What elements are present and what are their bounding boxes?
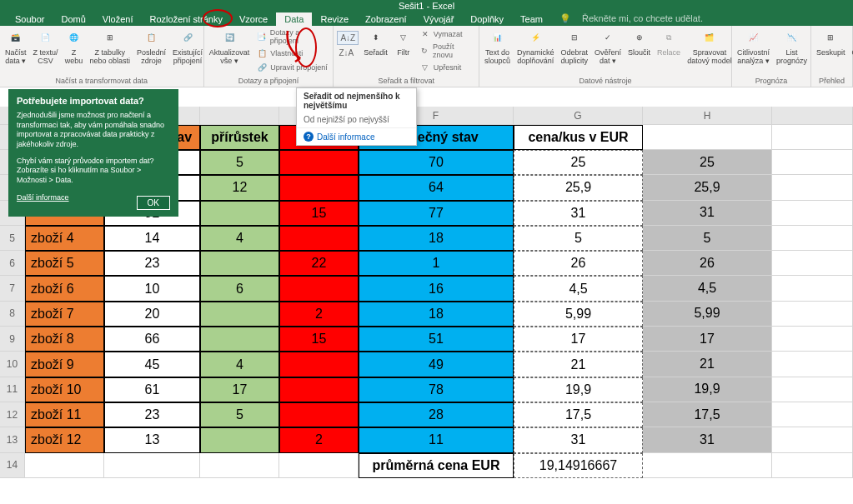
cell[interactable]: 16 bbox=[359, 276, 514, 301]
cell[interactable]: 31 bbox=[643, 201, 772, 226]
cell[interactable]: 4,5 bbox=[514, 276, 643, 301]
cell[interactable]: 4,5 bbox=[643, 276, 772, 301]
cell[interactable]: 4 bbox=[200, 352, 279, 377]
cell-avg-value[interactable]: 19,14916667 bbox=[514, 453, 643, 478]
cell[interactable] bbox=[200, 453, 279, 478]
cell[interactable]: 2 bbox=[279, 427, 359, 452]
cell[interactable]: zboží 7 bbox=[25, 302, 104, 327]
datamodel-btn[interactable]: 🗂️Spravovat datový model bbox=[685, 27, 734, 67]
row-hdr[interactable]: 7 bbox=[0, 276, 25, 301]
cell[interactable]: 5,99 bbox=[643, 302, 772, 327]
row-hdr[interactable]: 13 bbox=[0, 427, 25, 452]
cell[interactable]: 1 bbox=[359, 251, 514, 276]
menu-file[interactable]: Soubor bbox=[7, 12, 53, 26]
consolidate-btn[interactable]: ⊕Sloučit bbox=[626, 27, 652, 59]
tooltip-link[interactable]: ?Další informace bbox=[297, 127, 416, 145]
cell[interactable] bbox=[772, 377, 853, 402]
cell[interactable] bbox=[25, 453, 104, 478]
cell[interactable] bbox=[279, 453, 359, 478]
cell[interactable]: 45 bbox=[104, 352, 200, 377]
cell[interactable] bbox=[200, 427, 279, 452]
cell[interactable] bbox=[279, 377, 359, 402]
cell[interactable] bbox=[104, 453, 200, 478]
cell[interactable] bbox=[772, 402, 853, 427]
cell[interactable]: 20 bbox=[104, 302, 200, 327]
cell[interactable]: 13 bbox=[104, 427, 200, 452]
cell[interactable]: 31 bbox=[514, 201, 643, 226]
cell[interactable]: 21 bbox=[643, 352, 772, 377]
cell[interactable]: 25,9 bbox=[643, 175, 772, 200]
cell[interactable]: cena/kus v EUR bbox=[514, 125, 643, 150]
menu-addins[interactable]: Doplňky bbox=[462, 12, 512, 26]
cell[interactable]: 19,9 bbox=[643, 377, 772, 402]
cell[interactable]: 77 bbox=[359, 201, 514, 226]
refresh-btn[interactable]: 🔄Aktualizovat vše ▾ bbox=[208, 27, 252, 67]
cell[interactable]: 5 bbox=[200, 402, 279, 427]
cell[interactable] bbox=[772, 251, 853, 276]
cell[interactable]: 12 bbox=[200, 175, 279, 200]
cell[interactable]: 4 bbox=[200, 226, 279, 251]
row-hdr[interactable]: 10 bbox=[0, 352, 25, 377]
panel-more-link[interactable]: Další informace bbox=[17, 193, 69, 202]
col-g[interactable]: G bbox=[514, 107, 643, 125]
sort-desc-btn[interactable]: Z↓A bbox=[337, 47, 359, 58]
col-d[interactable] bbox=[200, 107, 279, 125]
cell[interactable]: 64 bbox=[359, 175, 514, 200]
cell[interactable] bbox=[279, 402, 359, 427]
validation-btn[interactable]: ✓Ověření dat ▾ bbox=[593, 27, 623, 67]
cell[interactable]: 21 bbox=[514, 352, 643, 377]
sort-asc-btn[interactable]: A↓Z bbox=[337, 31, 359, 45]
cell[interactable] bbox=[772, 226, 853, 251]
cell[interactable]: zboží 4 bbox=[25, 226, 104, 251]
cell[interactable]: 61 bbox=[104, 377, 200, 402]
from-web-btn[interactable]: 🌐Z webu bbox=[63, 27, 85, 67]
queries-btn[interactable]: 📑Dotazy a připojení bbox=[254, 27, 329, 46]
cell[interactable]: zboží 9 bbox=[25, 352, 104, 377]
filter-btn[interactable]: ▽Filtr bbox=[393, 27, 414, 59]
cell[interactable]: 17 bbox=[643, 327, 772, 352]
row-hdr[interactable]: 11 bbox=[0, 377, 25, 402]
cell[interactable]: zboží 6 bbox=[25, 276, 104, 301]
cell[interactable] bbox=[772, 453, 853, 478]
cell[interactable] bbox=[200, 251, 279, 276]
cell[interactable]: 5 bbox=[514, 226, 643, 251]
menu-pagelayout[interactable]: Rozložení stránky bbox=[142, 12, 231, 26]
cell[interactable]: 25,9 bbox=[514, 175, 643, 200]
cell[interactable]: 6 bbox=[200, 276, 279, 301]
cell[interactable] bbox=[772, 427, 853, 452]
cell[interactable]: 17,5 bbox=[514, 402, 643, 427]
remove-dup-btn[interactable]: ⊟Odebrat duplicity bbox=[559, 27, 590, 67]
cell[interactable]: 15 bbox=[279, 201, 359, 226]
cell[interactable] bbox=[279, 175, 359, 200]
row-hdr[interactable]: 8 bbox=[0, 302, 25, 327]
cell[interactable]: 18 bbox=[359, 226, 514, 251]
menu-insert[interactable]: Vložení bbox=[94, 12, 142, 26]
ungroup-btn[interactable]: ⊟Oddělit bbox=[850, 27, 853, 59]
cell[interactable]: 25 bbox=[643, 150, 772, 175]
cell[interactable]: 17 bbox=[514, 327, 643, 352]
cell[interactable]: 23 bbox=[104, 251, 200, 276]
cell[interactable]: zboží 8 bbox=[25, 327, 104, 352]
menu-home[interactable]: Domů bbox=[53, 12, 93, 26]
forecast-btn[interactable]: 📉List prognózy bbox=[775, 27, 809, 67]
cell[interactable]: 70 bbox=[359, 150, 514, 175]
row-hdr[interactable]: 9 bbox=[0, 327, 25, 352]
cell[interactable]: 49 bbox=[359, 352, 514, 377]
cell[interactable]: 10 bbox=[104, 276, 200, 301]
cell[interactable] bbox=[772, 201, 853, 226]
cell[interactable]: zboží 11 bbox=[25, 402, 104, 427]
cell[interactable]: zboží 12 bbox=[25, 427, 104, 452]
cell[interactable]: 14 bbox=[104, 226, 200, 251]
advanced-btn[interactable]: ▽Upřesnit bbox=[418, 61, 475, 74]
row-hdr[interactable]: 5 bbox=[0, 226, 25, 251]
cell[interactable]: přírůstek bbox=[200, 125, 279, 150]
cell[interactable]: 51 bbox=[359, 327, 514, 352]
tell-me[interactable]: 💡 Řekněte mi, co chcete udělat. bbox=[551, 12, 720, 26]
cell[interactable] bbox=[772, 125, 853, 150]
cell[interactable]: 66 bbox=[104, 327, 200, 352]
cell[interactable]: 28 bbox=[359, 402, 514, 427]
text-columns-btn[interactable]: 📊Text do sloupců bbox=[483, 27, 512, 67]
cell[interactable]: 19,9 bbox=[514, 377, 643, 402]
cell[interactable] bbox=[643, 453, 772, 478]
recent-btn[interactable]: 📋Poslední zdroje bbox=[135, 27, 168, 67]
